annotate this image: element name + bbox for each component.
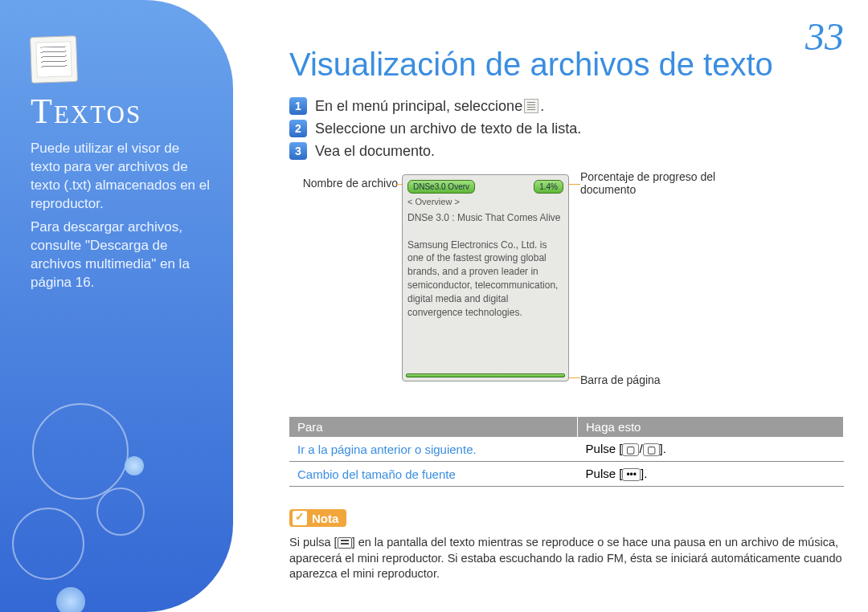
step-number-icon: 3	[289, 142, 307, 160]
cell-action: Pulse [▢/▢].	[578, 437, 844, 462]
step-suffix: .	[540, 98, 544, 115]
table-row: Cambio del tamaño de fuente Pulse [•••].	[289, 462, 844, 487]
textfile-icon	[30, 35, 78, 84]
up-key-icon: ▢	[622, 443, 639, 456]
callout-filename: Nombre de archivo	[285, 177, 398, 190]
check-icon	[293, 511, 307, 525]
cell-action: Pulse [•••].	[578, 462, 844, 487]
device-overview-row[interactable]: < Overview >	[407, 197, 563, 206]
sidebar-paragraph-2: Para descargar archivos, consulte "Desca…	[31, 218, 211, 292]
sidebar-paragraph-1: Puede utilizar el visor de texto para ve…	[31, 140, 211, 214]
step-text: Seleccione un archivo de texto de la lis…	[315, 120, 581, 137]
step-number-icon: 2	[289, 120, 307, 137]
decorative-circle	[32, 403, 129, 500]
step-2: 2 Seleccione un archivo de texto de la l…	[289, 120, 844, 137]
callout-progress: Porcentaje de progreso del documento	[580, 170, 765, 196]
leader-line	[567, 377, 580, 378]
link-prev-next-page[interactable]: Ir a la página anterior o siguiente.	[289, 437, 578, 462]
device-filename-pill: DNSe3.0 Overv	[407, 180, 475, 194]
note-badge: Nota	[289, 509, 346, 527]
menu-key-icon	[338, 537, 352, 549]
device-page-bar[interactable]	[406, 373, 565, 377]
step-3: 3 Vea el documento.	[289, 142, 844, 160]
step-text: Vea el documento.	[315, 143, 435, 160]
step-1: 1 En el menú principal, seleccione .	[289, 97, 844, 115]
dots-key-icon: •••	[622, 468, 641, 481]
decorative-dot	[56, 587, 85, 612]
device-percent-pill: 1.4%	[534, 180, 563, 194]
sidebar: Textos Puede utilizar el visor de texto …	[0, 0, 233, 612]
link-font-size[interactable]: Cambio del tamaño de fuente	[289, 462, 578, 487]
device-diagram: Nombre de archivo Porcentaje de progreso…	[289, 174, 844, 407]
table-row: Ir a la página anterior o siguiente. Pul…	[289, 437, 844, 462]
callout-pagebar: Barra de página	[580, 373, 741, 386]
decorative-circle	[12, 508, 84, 580]
device-screen: DNSe3.0 Overv 1.4% < Overview > DNSe 3.0…	[402, 174, 569, 381]
note-label: Nota	[312, 512, 338, 525]
device-body-text: DNSe 3.0 : Music That Comes Alive Samsun…	[407, 211, 563, 319]
page-title: Visualización de archivos de texto	[289, 47, 844, 83]
sidebar-title: Textos	[31, 91, 211, 132]
th-para: Para	[289, 417, 578, 437]
main-content: Visualización de archivos de texto 1 En …	[289, 47, 844, 582]
step-number-icon: 1	[289, 97, 307, 115]
commands-table: Para Haga esto Ir a la página anterior o…	[289, 417, 844, 487]
decorative-circle	[96, 488, 145, 536]
th-haga: Haga esto	[578, 417, 844, 437]
step-text: En el menú principal, seleccione	[315, 98, 522, 115]
note-text: Si pulsa [] en la pantalla del texto mie…	[289, 535, 844, 582]
text-app-icon	[524, 99, 538, 113]
note-block: Nota Si pulsa [] en la pantalla del text…	[289, 509, 844, 582]
decorative-dot	[125, 456, 144, 475]
down-key-icon: ▢	[643, 443, 660, 456]
